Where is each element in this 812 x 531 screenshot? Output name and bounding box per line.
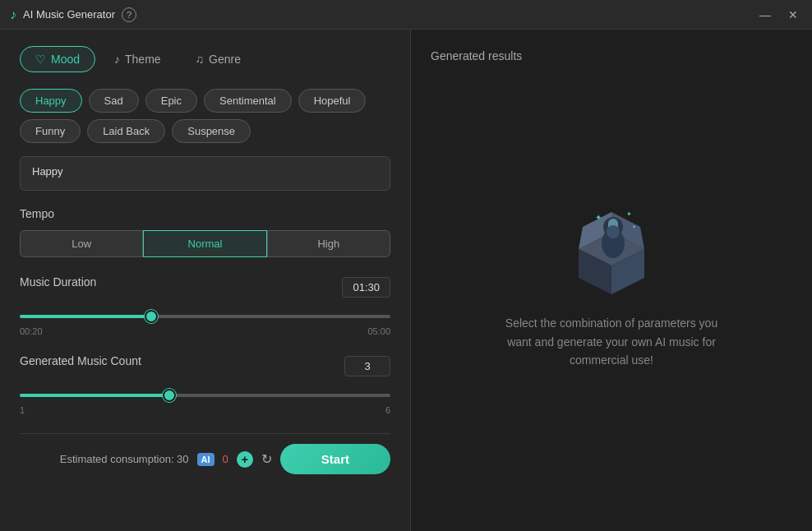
music-duration-section: Music Duration 01:30 00:20 05:00 [20,275,390,336]
mood-tag-epic[interactable]: Epic [145,89,197,113]
mood-tag-sad[interactable]: Sad [89,89,139,113]
add-tokens-button[interactable]: + [237,451,253,468]
svg-point-11 [607,225,620,238]
mood-tags: Happy Sad Epic Sentimental Hopeful Funny… [20,89,390,143]
refresh-button[interactable]: ↻ [261,451,272,467]
token-count: 0 [223,453,228,465]
music-duration-value: 01:30 [342,277,390,298]
svg-text:✦: ✦ [632,224,636,229]
tempo-normal[interactable]: Normal [143,230,266,257]
main-content: ♡ Mood ♪ Theme ♫ Genre Happy Sad Epic Se… [0,30,812,531]
right-center-content: ✦ ✦ ✦ Select the combination of paramete… [431,62,792,511]
window-controls: — ✕ [756,6,802,24]
music-count-header: Generated Music Count 3 [20,354,390,377]
title-bar: ♪ AI Music Generator ? — ✕ [0,0,812,30]
generated-results-title: Generated results [431,49,522,62]
music-count-track [20,386,390,400]
right-panel: Generated results ✦ ✦ ✦ [411,30,812,531]
close-button[interactable]: ✕ [784,6,802,24]
tab-mood-label: Mood [51,53,80,66]
start-button[interactable]: Start [280,444,390,474]
svg-text:✦: ✦ [626,210,632,218]
mood-icon: ♡ [35,53,46,66]
mood-tag-funny[interactable]: Funny [20,119,81,143]
bottom-bar: Estimated consumption: 30 AI 0 + ↻ Start [20,433,390,474]
help-icon[interactable]: ? [122,7,136,22]
app-title: AI Music Generator [23,8,115,21]
genre-icon: ♫ [196,53,205,66]
tab-genre-label: Genre [209,53,241,66]
left-panel: ♡ Mood ♪ Theme ♫ Genre Happy Sad Epic Se… [0,30,411,531]
box-illustration: ✦ ✦ ✦ [562,204,661,294]
music-duration-slider[interactable] [20,315,390,318]
mood-tag-happy[interactable]: Happy [20,89,82,113]
music-duration-header: Music Duration 01:30 [20,275,390,298]
theme-icon: ♪ [114,53,120,66]
mood-tag-suspense[interactable]: Suspense [172,119,251,143]
music-duration-label: Music Duration [20,275,96,289]
music-count-slider[interactable] [20,394,390,397]
music-count-label: Generated Music Count [20,354,141,367]
mood-tag-laidback[interactable]: Laid Back [87,119,165,143]
generated-desc: Select the combination of parameters you… [496,314,727,369]
tab-theme[interactable]: ♪ Theme [99,46,177,72]
music-duration-track [20,307,390,321]
music-count-value: 3 [344,356,390,376]
music-count-min: 1 [20,405,25,415]
mood-tag-sentimental[interactable]: Sentimental [204,89,292,113]
tab-bar: ♡ Mood ♪ Theme ♫ Genre [20,46,390,72]
music-duration-max: 05:00 [367,326,390,336]
tab-theme-label: Theme [125,53,161,66]
consumption-text: Estimated consumption: 30 [60,453,189,465]
mood-tag-hopeful[interactable]: Hopeful [298,89,367,113]
app-title-group: ♪ AI Music Generator ? [10,7,756,22]
music-duration-range: 00:20 05:00 [20,326,390,336]
tempo-label: Tempo [20,207,390,220]
ai-badge: AI [197,453,215,466]
minimize-button[interactable]: — [756,6,774,24]
app-icon: ♪ [10,7,16,22]
tempo-section: Tempo Low Normal High [20,207,390,257]
svg-text:✦: ✦ [595,213,602,222]
mood-input[interactable]: Happy [20,156,390,191]
music-count-max: 6 [385,405,390,415]
music-count-section: Generated Music Count 3 1 6 [20,354,390,415]
tab-mood[interactable]: ♡ Mood [20,46,95,72]
mood-input-value: Happy [32,165,63,178]
music-count-range: 1 6 [20,405,390,415]
music-duration-min: 00:20 [20,326,43,336]
tab-genre[interactable]: ♫ Genre [180,46,256,72]
tempo-group: Low Normal High [20,230,390,257]
tempo-low[interactable]: Low [20,230,143,257]
tempo-high[interactable]: High [267,230,390,257]
